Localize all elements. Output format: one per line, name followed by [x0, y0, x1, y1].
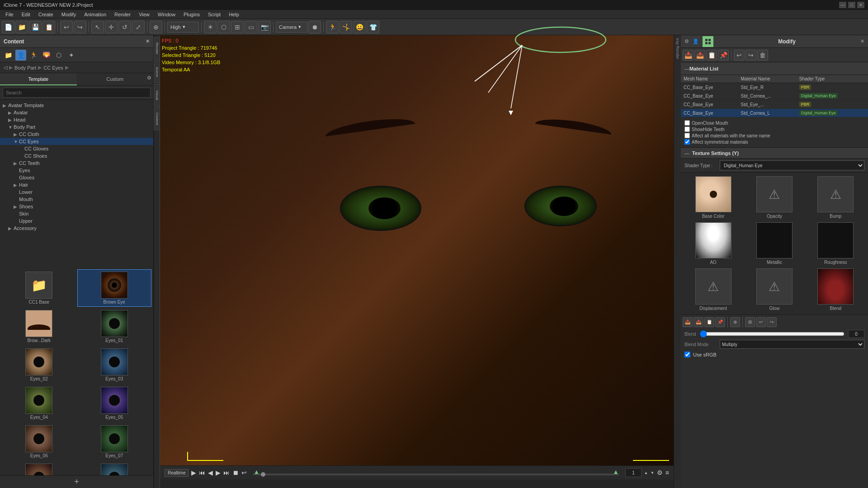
menu-modify[interactable]: Modify [58, 11, 80, 18]
tree-item-head[interactable]: ▶ Head [0, 116, 153, 123]
effect-icon-btn[interactable]: ✦ [66, 50, 77, 61]
rotate-button[interactable]: ↺ [118, 21, 131, 33]
visual-tab[interactable]: Visual [154, 84, 160, 107]
close-button[interactable]: ✕ [857, 2, 864, 8]
modify-settings-icon[interactable]: ⚙ [684, 38, 689, 44]
blend-value[interactable] [848, 330, 864, 338]
tree-item-gloves[interactable]: Gloves [0, 174, 153, 181]
scene-tab[interactable]: Scene [154, 61, 160, 83]
srgb-checkbox[interactable] [684, 352, 690, 357]
tree-item-ccshoes[interactable]: CC Shoes [0, 152, 153, 160]
open-button[interactable]: 📁 [15, 21, 28, 33]
thumb-eyes06[interactable]: Eyes_06 [2, 423, 76, 460]
blend-mode-select[interactable]: Multiply Normal Screen [720, 340, 864, 349]
openclose-checkbox[interactable] [684, 120, 690, 126]
undo-button[interactable]: ↩ [60, 21, 73, 33]
scale-button[interactable]: ⤢ [132, 21, 145, 33]
menu-file[interactable]: File [2, 11, 17, 18]
thumb-eyes02[interactable]: Eyes_02 [2, 346, 76, 384]
light-button[interactable]: ☀ [204, 21, 217, 33]
settings-tl-btn[interactable]: ⚙ [657, 469, 663, 476]
viewport[interactable]: FPS : 0 Project Triangle : 719746 Select… [160, 35, 674, 488]
tree-item-mouth[interactable]: Mouth [0, 196, 153, 203]
tex-thumb-roughness[interactable] [817, 222, 854, 258]
tex-redo-btn[interactable]: ↪ [767, 317, 777, 327]
menu-create[interactable]: Create [35, 11, 57, 18]
shader-type-select[interactable]: Digital_Human Eye PBR Std [720, 160, 864, 170]
mat-paste-btn[interactable]: 📌 [718, 50, 729, 61]
new-button[interactable]: 📄 [2, 21, 14, 33]
timeline-thumb[interactable] [261, 472, 265, 477]
mat-import-btn[interactable]: 📥 [683, 50, 693, 61]
transform-button[interactable]: ⊕ [150, 21, 162, 33]
tex-paste-btn[interactable]: 📌 [715, 317, 725, 327]
content-side-tab[interactable]: Content [154, 108, 160, 130]
mat-row-2[interactable]: CC_Base_Eye Std_Cornea_... Digital_Human… [681, 92, 868, 100]
tree-item-bodypart[interactable]: ▼ Body Part [0, 123, 153, 131]
frame-down-btn[interactable]: ▼ [651, 471, 654, 475]
tree-item-accessory[interactable]: ▶ Accessory [0, 225, 153, 232]
thumb-eyes07[interactable]: Eyes_07 [77, 423, 152, 460]
tree-item-ccteeth[interactable]: ▶ CC Teeth [0, 160, 153, 167]
save-button[interactable]: 💾 [29, 21, 42, 33]
tree-item-cceyes[interactable]: ▼ CC Eyes [0, 138, 153, 145]
menu-edit[interactable]: Edit [18, 11, 34, 18]
ground-button[interactable]: ▭ [245, 21, 257, 33]
tab-template[interactable]: Template [0, 73, 77, 85]
motion-icon-btn[interactable]: 🏃 [28, 50, 39, 61]
thumb-eyes04[interactable]: Eyes_04 [2, 385, 76, 422]
step-fwd-btn[interactable]: ▶ [216, 469, 221, 476]
menu-plugins[interactable]: Plugins [180, 11, 203, 18]
tex-grid-btn[interactable]: ⊞ [745, 317, 755, 327]
tex-thumb-displacement[interactable]: ⚠ [695, 268, 731, 305]
breadcrumb-bodypart[interactable]: Body Part [14, 65, 36, 70]
mat-export-btn[interactable]: 📤 [694, 50, 705, 61]
thumb-eyes03[interactable]: Eyes_03 [77, 346, 152, 384]
grid-button[interactable]: ⊞ [231, 21, 244, 33]
avatar-icon-btn[interactable]: 👤 [15, 50, 26, 61]
camera-dropdown[interactable]: Camera ▾ [276, 22, 307, 33]
folder-icon-btn[interactable]: 📁 [3, 50, 14, 61]
next-btn[interactable]: ⏭ [223, 469, 230, 476]
menu-script[interactable]: Script [204, 11, 224, 18]
thumb-browneye[interactable]: Brown Eye [77, 269, 152, 307]
maximize-button[interactable]: □ [848, 2, 855, 8]
tree-item-skin[interactable]: Skin [0, 210, 153, 217]
render-tab[interactable]: Render [154, 37, 160, 60]
tree-item-upper[interactable]: Upper [0, 217, 153, 225]
step-back-btn[interactable]: ◀ [208, 469, 213, 476]
tex-collapse-btn[interactable]: — [684, 150, 689, 156]
thumb-eyes08[interactable]: Eyes_08 [2, 461, 76, 475]
tree-item-eyes[interactable]: Eyes [0, 167, 153, 174]
tex-thumb-metallic[interactable] [756, 222, 793, 258]
menu-render[interactable]: Render [111, 11, 134, 18]
blend-slider[interactable] [700, 331, 844, 337]
content-close-icon[interactable]: ✕ [146, 38, 150, 44]
mat-redo-btn[interactable]: ↪ [745, 50, 756, 61]
props-icon-btn[interactable]: ⬡ [53, 50, 64, 61]
mat-list-collapse[interactable]: — [684, 66, 689, 71]
mat-row-1[interactable]: CC_Base_Eye Std_Eye_R PBR [681, 83, 868, 92]
tree-item-ccgloves[interactable]: CC Gloves [0, 145, 153, 152]
tree-item-cccloth[interactable]: ▶ CC Cloth [0, 131, 153, 138]
tex-thumb-opacity[interactable]: ⚠ [756, 176, 793, 212]
thumb-cc1base[interactable]: 📁 CC1 Base [2, 269, 76, 307]
thumb-eyes01[interactable]: Eyes_01 [77, 308, 152, 345]
cloth-button[interactable]: 👕 [367, 21, 379, 33]
tree-item-avatar[interactable]: ▶ Avatar [0, 109, 153, 116]
minimize-button[interactable]: — [839, 2, 846, 8]
tree-item-avatar-template[interactable]: ▶ Avatar Template [0, 102, 153, 109]
record-button[interactable]: ⏺ [308, 21, 321, 33]
menu-animation[interactable]: Animation [80, 11, 110, 18]
add-button[interactable]: + [0, 475, 153, 488]
tab-custom[interactable]: Custom [77, 73, 154, 85]
tex-thumb-blend[interactable] [817, 268, 854, 305]
breadcrumb-back[interactable]: ◁ [4, 65, 7, 70]
tex-thumb-bump[interactable]: ⚠ [817, 176, 854, 212]
env-button[interactable]: ⬡ [217, 21, 230, 33]
tree-item-shoes[interactable]: ▶ Shoes [0, 203, 153, 210]
move-button[interactable]: ✛ [105, 21, 118, 33]
modify-close-icon[interactable]: ✕ [860, 38, 864, 44]
motion-button[interactable]: 🏃 [326, 21, 339, 33]
frame-up-btn[interactable]: ▲ [644, 471, 648, 475]
